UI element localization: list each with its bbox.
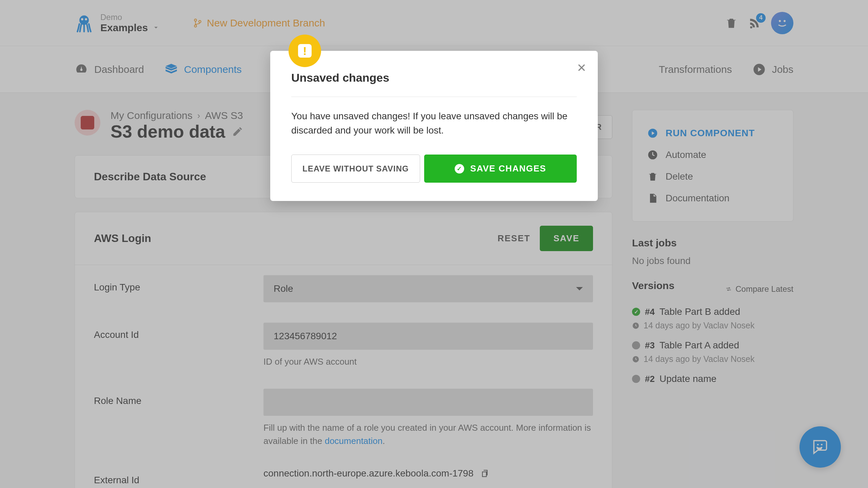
warning-icon: !	[289, 35, 321, 67]
modal-overlay[interactable]: ! ✕ Unsaved changes You have unsaved cha…	[0, 0, 868, 488]
leave-without-saving-button[interactable]: LEAVE WITHOUT SAVING	[291, 155, 420, 183]
unsaved-changes-modal: ! ✕ Unsaved changes You have unsaved cha…	[270, 51, 598, 201]
save-changes-button[interactable]: ✓ SAVE CHANGES	[424, 155, 577, 183]
save-changes-label: SAVE CHANGES	[470, 163, 546, 174]
close-button[interactable]: ✕	[577, 61, 586, 75]
modal-body: You have unsaved changes! If you leave u…	[291, 109, 577, 138]
check-icon: ✓	[455, 164, 464, 174]
modal-title: Unsaved changes	[291, 71, 577, 97]
